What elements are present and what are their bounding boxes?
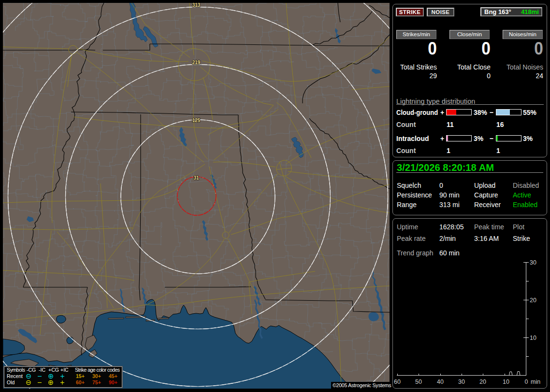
svg-text:+CG: +CG: [48, 367, 59, 373]
svg-text:45+: 45+: [109, 373, 117, 379]
svg-text:15+: 15+: [76, 373, 85, 379]
svg-text:313: 313: [192, 3, 201, 8]
svg-text:0: 0: [525, 378, 528, 385]
svg-text:50: 50: [415, 378, 422, 385]
svg-text:30: 30: [530, 259, 536, 266]
svg-text:Old: Old: [7, 379, 15, 385]
svg-text:20: 20: [479, 378, 486, 385]
svg-text:Strike age color codes: Strike age color codes: [75, 367, 120, 373]
svg-text:-CG: -CG: [27, 367, 36, 373]
svg-text:Symbols: Symbols: [7, 367, 25, 373]
svg-text:20: 20: [530, 297, 536, 304]
svg-text:75+: 75+: [92, 379, 101, 385]
svg-text:60+: 60+: [76, 379, 85, 385]
svg-text:Recent: Recent: [7, 373, 23, 379]
svg-text:10: 10: [503, 378, 509, 385]
svg-text:+IC: +IC: [60, 367, 69, 373]
svg-text:60: 60: [394, 378, 401, 385]
svg-text:30+: 30+: [92, 373, 101, 379]
svg-text:10: 10: [530, 335, 536, 341]
svg-text:219: 219: [192, 60, 201, 65]
svg-text:30: 30: [458, 378, 465, 385]
svg-text:-IC: -IC: [39, 367, 45, 373]
svg-text:min: min: [531, 378, 540, 385]
svg-text:90+: 90+: [109, 379, 117, 385]
svg-text:125: 125: [192, 118, 201, 123]
svg-text:31: 31: [193, 175, 199, 181]
svg-text:40: 40: [437, 378, 444, 385]
